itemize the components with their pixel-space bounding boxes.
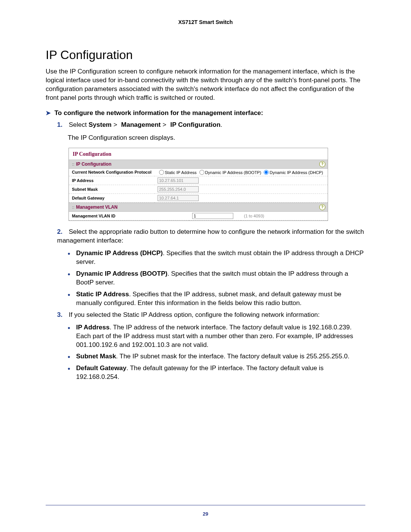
radio-dhcp[interactable] <box>264 170 269 175</box>
page-number: 29 <box>0 511 411 517</box>
ip-address-field[interactable] <box>158 177 199 184</box>
ip-address-row: IP Address <box>69 176 328 185</box>
panel-title: IP Configuration <box>69 148 328 160</box>
radio-static-ip-label: Static IP Address <box>165 170 197 175</box>
radio-bootp[interactable] <box>199 170 204 175</box>
list-item: Static IP Address. Specifies that the IP… <box>68 290 365 308</box>
help-icon[interactable]: ? <box>319 204 325 210</box>
step-number: 1. <box>57 121 67 129</box>
grip-icon: :: <box>72 205 75 209</box>
protocol-row: Current Network Configuration Protocol S… <box>69 169 328 176</box>
mgmt-vlan-id-field[interactable] <box>192 213 233 219</box>
default-gateway-label: Default Gateway <box>69 194 155 203</box>
default-gateway-field[interactable] <box>158 195 199 201</box>
ip-config-panel: IP Configuration ::IP Configuration ? Cu… <box>68 148 328 221</box>
list-item: Default Gateway. The default gateway for… <box>68 364 365 382</box>
step-number: 2. <box>57 228 67 236</box>
task-heading-text: To configure the network information for… <box>54 109 263 117</box>
list-item: IP Address. The IP address of the networ… <box>68 323 365 350</box>
step-3: 3. If you selected the Static IP Address… <box>57 311 365 320</box>
section-management-vlan: ::Management VLAN ? <box>69 203 328 212</box>
footer-divider <box>46 505 365 505</box>
step-1-text: Select System > Management > IP Configur… <box>69 121 222 128</box>
ip-address-label: IP Address <box>69 176 155 185</box>
subnet-mask-label: Subnet Mask <box>69 185 155 194</box>
step-number: 3. <box>57 311 67 320</box>
radio-bootp-label: Dynamic IP Address (BOOTP) <box>205 170 261 175</box>
radio-dhcp-label: Dynamic IP Address (DHCP) <box>269 170 323 175</box>
network-fields-list: IP Address. The IP address of the networ… <box>68 323 365 382</box>
list-item: Dynamic IP Address (DHCP). Specifies tha… <box>68 249 365 267</box>
mgmt-vlan-id-hint: (1 to 4093) <box>241 212 328 220</box>
ip-config-table: Current Network Configuration Protocol S… <box>69 169 328 203</box>
grip-icon: :: <box>72 162 75 166</box>
task-heading: ➤To configure the network information fo… <box>46 109 365 117</box>
mgmt-vlan-id-label: Management VLAN ID <box>69 212 189 220</box>
protocol-options-list: Dynamic IP Address (DHCP). Specifies tha… <box>68 249 365 308</box>
step-1-result: The IP Configuration screen displays. <box>68 134 365 142</box>
list-item: Subnet Mask. The IP subnet mask for the … <box>68 352 365 361</box>
section-ip-configuration: ::IP Configuration ? <box>69 160 328 169</box>
subnet-mask-row: Subnet Mask <box>69 185 328 194</box>
radio-static-ip[interactable] <box>159 170 164 175</box>
document-header: XS712T Smart Switch <box>46 19 365 25</box>
step-2-text: Select the appropriate radio button to d… <box>57 228 364 244</box>
step-2: 2. Select the appropriate radio button t… <box>57 228 365 245</box>
mgmt-vlan-table: Management VLAN ID (1 to 4093) <box>69 212 328 220</box>
default-gateway-row: Default Gateway <box>69 194 328 203</box>
step-3-text: If you selected the Static IP Address op… <box>69 311 320 318</box>
protocol-label: Current Network Configuration Protocol <box>69 169 155 176</box>
step-1: 1. Select System > Management > IP Confi… <box>57 121 365 130</box>
document-page: XS712T Smart Switch IP Configuration Use… <box>0 0 411 532</box>
mgmt-vlan-row: Management VLAN ID (1 to 4093) <box>69 212 328 220</box>
intro-paragraph: Use the IP Configuration screen to confi… <box>46 67 365 102</box>
list-item: Dynamic IP Address (BOOTP). Specifies th… <box>68 270 365 287</box>
section-title: IP Configuration <box>46 48 365 62</box>
subnet-mask-field[interactable] <box>158 186 199 192</box>
triangle-icon: ➤ <box>46 109 51 117</box>
help-icon[interactable]: ? <box>319 161 325 167</box>
